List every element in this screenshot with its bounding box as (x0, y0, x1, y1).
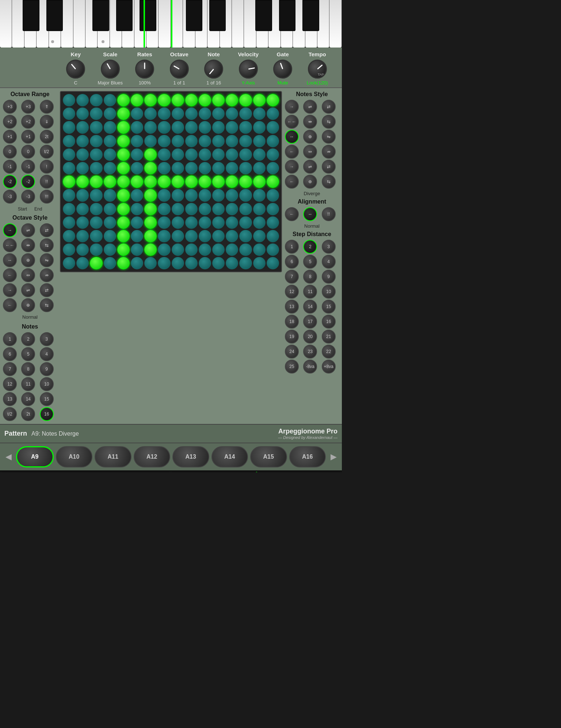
notes-btn-4[interactable]: 5 (21, 347, 35, 361)
dot-12-3[interactable] (104, 257, 116, 269)
dot-7-14[interactable] (253, 189, 266, 201)
octave-style-btn-4[interactable]: ⇹ (21, 238, 35, 252)
dot-11-10[interactable] (199, 243, 211, 256)
dot-9-5[interactable] (131, 216, 143, 229)
dot-10-10[interactable] (199, 230, 211, 242)
notes-style-btn-3[interactable]: ←← (285, 115, 299, 129)
octave-knob[interactable] (170, 60, 189, 79)
notes-btn-14[interactable]: 15 (40, 392, 54, 406)
dot-6-2[interactable] (90, 175, 102, 188)
dot-12-12[interactable] (226, 257, 238, 269)
dot-5-12[interactable] (226, 162, 238, 174)
step-dist-btn-26[interactable]: +8va (322, 360, 336, 374)
dot-6-10[interactable] (199, 175, 211, 188)
notes-btn-2[interactable]: 3 (40, 332, 54, 346)
octave-range-btn-13[interactable]: -1 (21, 160, 35, 174)
dot-1-14[interactable] (253, 107, 266, 120)
dot-4-14[interactable] (253, 148, 266, 161)
alignment-btn-1[interactable]: ↔ (303, 207, 317, 221)
dot-4-1[interactable] (76, 148, 89, 161)
dot-4-3[interactable] (104, 148, 116, 161)
dot-0-12[interactable] (226, 94, 238, 106)
dot-3-10[interactable] (199, 135, 211, 147)
octave-style-btn-3[interactable]: ←← (3, 238, 17, 252)
dot-5-10[interactable] (199, 162, 211, 174)
dot-4-13[interactable] (239, 148, 252, 161)
dot-10-6[interactable] (144, 230, 157, 242)
dot-5-15[interactable] (267, 162, 279, 174)
pattern-btn-a9[interactable]: A9 (16, 446, 54, 467)
dot-12-2[interactable] (90, 257, 102, 269)
dot-0-7[interactable] (158, 94, 170, 106)
dot-0-14[interactable] (253, 94, 266, 106)
dot-1-10[interactable] (199, 107, 211, 120)
dot-10-0[interactable] (63, 230, 75, 242)
dot-1-12[interactable] (226, 107, 238, 120)
octave-style-btn-13[interactable]: ⇌ (21, 283, 35, 297)
dot-7-8[interactable] (172, 189, 184, 201)
octave-range-btn-4[interactable]: +2 (21, 115, 35, 129)
dot-1-2[interactable] (90, 107, 102, 120)
dot-1-5[interactable] (131, 107, 143, 120)
dot-6-0[interactable] (63, 175, 75, 188)
dot-1-9[interactable] (185, 107, 198, 120)
dot-1-15[interactable] (267, 107, 279, 120)
dot-7-13[interactable] (239, 189, 252, 201)
step-dist-btn-12[interactable]: 13 (285, 300, 299, 314)
dot-2-6[interactable] (144, 121, 157, 133)
dot-12-13[interactable] (239, 257, 252, 269)
dot-11-15[interactable] (267, 243, 279, 256)
dot-0-4[interactable] (117, 94, 130, 106)
notes-style-btn-11[interactable]: ⇏ (322, 145, 336, 159)
step-dist-btn-15[interactable]: 18 (285, 315, 299, 329)
dot-10-3[interactable] (104, 230, 116, 242)
dot-8-11[interactable] (212, 203, 225, 215)
dot-2-13[interactable] (239, 121, 252, 133)
dot-grid[interactable] (60, 91, 282, 272)
dot-5-14[interactable] (253, 162, 266, 174)
step-dist-btn-23[interactable]: 22 (322, 345, 336, 359)
dot-2-11[interactable] (212, 121, 225, 133)
octave-range-btn-11[interactable]: t/2 (40, 145, 54, 159)
dot-7-4[interactable] (117, 189, 130, 201)
dot-9-2[interactable] (90, 216, 102, 229)
notes-style-btn-13[interactable]: ⇌ (303, 160, 317, 174)
notes-btn-3[interactable]: 6 (3, 347, 17, 361)
dot-6-14[interactable] (253, 175, 266, 188)
dot-2-10[interactable] (199, 121, 211, 133)
octave-range-btn-16[interactable]: -2 (21, 175, 35, 189)
dot-6-3[interactable] (104, 175, 116, 188)
dot-2-1[interactable] (76, 121, 89, 133)
dot-4-6[interactable] (144, 148, 157, 161)
dot-11-2[interactable] (90, 243, 102, 256)
notes-style-btn-9[interactable]: ← (285, 145, 299, 159)
dot-4-10[interactable] (199, 148, 211, 161)
scale-knob[interactable] (101, 60, 120, 79)
dot-6-5[interactable] (131, 175, 143, 188)
dot-2-7[interactable] (158, 121, 170, 133)
dot-11-14[interactable] (253, 243, 266, 256)
dot-1-0[interactable] (63, 107, 75, 120)
octave-style-btn-8[interactable]: ⇋ (40, 253, 54, 267)
dot-1-3[interactable] (104, 107, 116, 120)
dot-0-2[interactable] (90, 94, 102, 106)
dot-10-13[interactable] (239, 230, 252, 242)
dot-1-13[interactable] (239, 107, 252, 120)
dot-7-12[interactable] (226, 189, 238, 201)
octave-range-btn-2[interactable]: ⇑ (40, 100, 54, 114)
step-dist-btn-21[interactable]: 24 (285, 345, 299, 359)
pattern-btn-a10[interactable]: A10 (56, 446, 93, 467)
alignment-btn-2[interactable]: !! (322, 207, 336, 221)
step-dist-btn-8[interactable]: 9 (322, 270, 336, 284)
notes-btn-10[interactable]: 11 (21, 377, 35, 391)
dot-2-3[interactable] (104, 121, 116, 133)
dot-3-9[interactable] (185, 135, 198, 147)
octave-range-btn-5[interactable]: ⇓ (40, 115, 54, 129)
dot-4-4[interactable] (117, 148, 130, 161)
octave-range-btn-17[interactable]: !! (40, 175, 54, 189)
notes-style-btn-1[interactable]: ⇌ (303, 100, 317, 114)
octave-range-btn-3[interactable]: +2 (3, 115, 17, 129)
dot-7-3[interactable] (104, 189, 116, 201)
octave-range-btn-19[interactable]: -3 (21, 190, 35, 204)
dot-12-10[interactable] (199, 257, 211, 269)
